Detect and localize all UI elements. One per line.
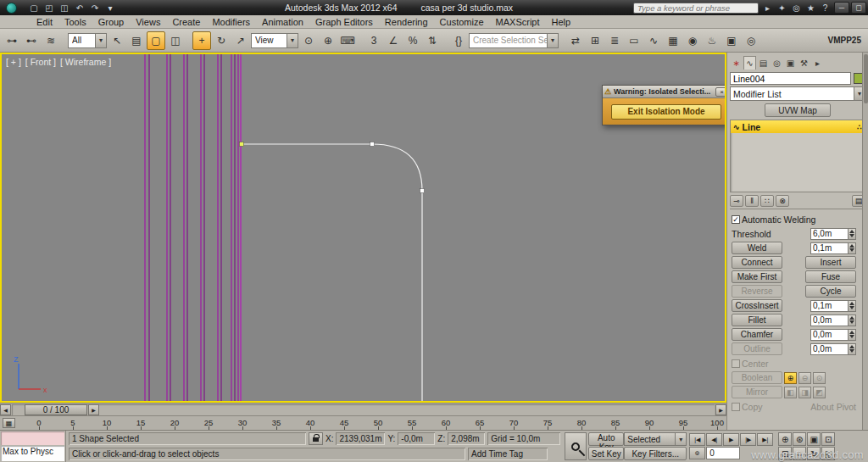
menu-modifiers[interactable]: Modifiers [206, 17, 256, 27]
zoom-extents-icon[interactable]: ▣ [807, 432, 821, 446]
percent-snap-icon[interactable]: % [403, 31, 422, 50]
pan-icon[interactable]: ⇔ [793, 447, 806, 460]
next-frame-button[interactable]: |▶ [740, 433, 756, 446]
render-setup-icon[interactable]: ♨ [703, 31, 721, 50]
open-file-icon[interactable]: ◰ [42, 2, 56, 14]
snaps-toggle-icon[interactable]: 3 [364, 31, 383, 50]
layer-manager-icon[interactable]: ≣ [605, 31, 624, 50]
add-time-tag[interactable]: Add Time Tag [468, 448, 548, 460]
scrollbar-thumb[interactable] [864, 54, 868, 103]
zoom-icon[interactable]: ⊕ [778, 432, 792, 446]
show-end-result-icon[interactable]: ‖ [745, 195, 759, 207]
key-filters-button[interactable]: Key Filters... [624, 447, 687, 460]
spinner-up-icon[interactable] [849, 316, 854, 320]
mirror-vertical-icon[interactable]: ◨ [798, 387, 811, 398]
rollout-scrollbar[interactable] [862, 53, 868, 430]
dialog-title-bar[interactable]: ⚠ Warning: Isolated Selecti... × [603, 86, 726, 98]
selection-region-icon[interactable]: ▢ [147, 31, 165, 50]
boolean-subtract-icon[interactable]: ⊖ [798, 372, 811, 384]
dialog-close-button[interactable]: × [715, 87, 726, 97]
set-keys-big-button[interactable] [565, 432, 587, 460]
search-go-icon[interactable]: ▸ [761, 2, 774, 14]
tab-flyout[interactable]: ▸ [811, 56, 824, 70]
time-slider-track[interactable]: 0 / 100 ▶ [12, 404, 715, 415]
maximize-button[interactable]: ◻ [851, 2, 866, 14]
spinner-up-icon[interactable] [849, 244, 854, 248]
tab-create[interactable]: ∗ [730, 56, 743, 70]
redo-icon[interactable]: ↷ [88, 2, 102, 14]
spline-vertex[interactable] [370, 142, 375, 147]
spinner-up-icon[interactable] [849, 331, 854, 334]
spinner-down-icon[interactable] [849, 320, 854, 324]
menu-maxscript[interactable]: MAXScript [490, 17, 546, 27]
time-slider-end-arrow[interactable]: ▶ [715, 404, 726, 415]
previous-frame-button[interactable]: ◀| [706, 433, 722, 446]
insert-button[interactable]: Insert [805, 256, 856, 269]
tab-motion[interactable]: ◎ [771, 56, 783, 70]
mirror-icon[interactable]: ⇄ [566, 31, 585, 50]
time-step-forward-button[interactable]: ▶ [88, 404, 99, 415]
spinner-down-icon[interactable] [849, 234, 854, 237]
mirror-both-icon[interactable]: ◩ [813, 387, 826, 398]
viewport-menu-view[interactable]: [ Front ] [25, 57, 56, 67]
mini-curve-editor-button[interactable]: ▦ [3, 418, 15, 428]
reverse-button[interactable]: Reverse [732, 285, 782, 298]
make-first-button[interactable]: Make First [732, 270, 782, 283]
app-logo-icon[interactable] [2, 0, 20, 15]
qat-flyout-icon[interactable]: ▾ [103, 2, 117, 14]
spinner-down-icon[interactable] [849, 306, 854, 309]
spinner-up-icon[interactable] [849, 230, 854, 233]
spinner-arrows-icon[interactable] [848, 301, 855, 311]
search-input[interactable] [633, 3, 759, 14]
menu-tools[interactable]: Tools [58, 17, 92, 27]
maximize-viewport-icon[interactable]: ◱ [821, 447, 835, 460]
crossinsert-button[interactable]: CrossInsert [732, 299, 782, 312]
viewport-menu-shading[interactable]: [ Wireframe ] [60, 57, 111, 67]
tab-display[interactable]: ▣ [784, 56, 797, 70]
viewport-front[interactable]: [ + ] [ Front ] [ Wireframe ] Z x ⚠ Warn… [0, 53, 726, 403]
angle-snap-icon[interactable]: ∠ [384, 31, 403, 50]
stack-item-line[interactable]: ∿ Line ∴ [731, 120, 865, 133]
select-and-move-icon[interactable]: + [192, 31, 211, 50]
set-key-button[interactable]: Set Key [588, 447, 624, 460]
select-object-icon[interactable]: ↖ [108, 31, 126, 50]
weld-spinner[interactable]: 0,1m [810, 242, 856, 254]
crossinsert-spinner[interactable]: 0,1m [810, 300, 856, 312]
orbit-icon[interactable]: ↻ [807, 447, 821, 460]
new-scene-icon[interactable]: ▢ [27, 2, 41, 14]
menu-customize[interactable]: Customize [434, 17, 490, 27]
weld-button[interactable]: Weld [732, 242, 782, 254]
outline-button[interactable]: Outline [732, 342, 782, 355]
copy-checkbox[interactable] [732, 403, 740, 411]
bind-to-space-warp-icon[interactable]: ≋ [42, 31, 60, 50]
select-and-link-icon[interactable]: ⊶ [3, 31, 21, 50]
spinner-up-icon[interactable] [849, 302, 854, 305]
edit-named-selections-icon[interactable]: {} [449, 31, 468, 50]
spinner-up-icon[interactable] [849, 345, 854, 348]
spinner-down-icon[interactable] [849, 335, 854, 338]
boolean-union-icon[interactable]: ⊕ [784, 372, 797, 384]
render-production-icon[interactable]: ◎ [742, 31, 760, 50]
unlink-selection-icon[interactable]: ⊷ [22, 31, 41, 50]
menu-graph-editors[interactable]: Graph Editors [309, 17, 379, 27]
y-coordinate-field[interactable]: -0,0m [398, 432, 435, 445]
spinner-arrows-icon[interactable] [848, 315, 855, 326]
tab-utilities[interactable]: ⚒ [798, 56, 810, 70]
viewport-menu-plus[interactable]: [ + ] [6, 57, 21, 67]
zoom-all-icon[interactable]: ⊛ [793, 432, 806, 446]
selection-lock-toggle[interactable] [309, 432, 323, 445]
z-coordinate-field[interactable]: 2,098m [448, 432, 485, 445]
threshold-spinner[interactable]: 6,0m [810, 228, 856, 240]
spinner-snap-icon[interactable]: ⇅ [423, 31, 442, 50]
favorites-star-icon[interactable]: ★ [804, 2, 817, 14]
listener-field[interactable]: Max to Physc [1, 446, 64, 461]
go-to-end-button[interactable]: ▶| [757, 433, 773, 446]
exit-isolation-button[interactable]: Exit Isolation Mode [611, 104, 721, 120]
tab-hierarchy[interactable]: ▤ [757, 56, 770, 70]
select-and-scale-icon[interactable]: ↗ [231, 31, 250, 50]
save-file-icon[interactable]: ◫ [58, 2, 71, 14]
rendered-frame-icon[interactable]: ▣ [722, 31, 741, 50]
current-frame-field[interactable]: 0 [706, 447, 740, 459]
select-by-name-icon[interactable]: ▤ [127, 31, 146, 50]
cycle-button[interactable]: Cycle [805, 285, 856, 298]
